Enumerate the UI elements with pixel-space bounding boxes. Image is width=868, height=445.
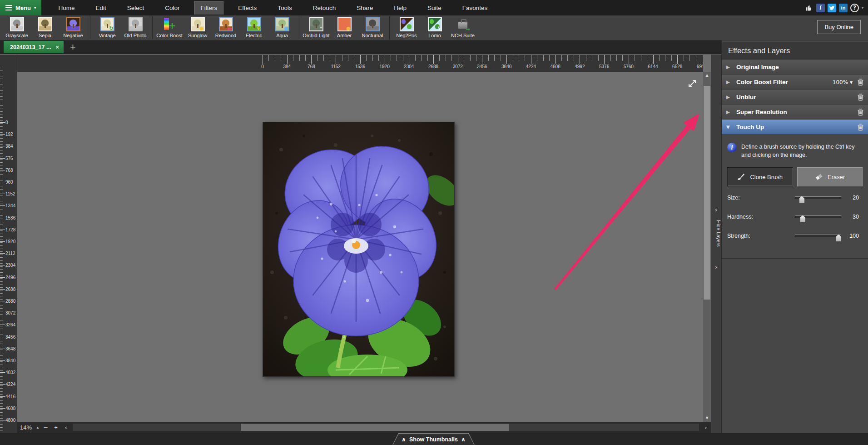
slider-thumb[interactable]: [836, 234, 842, 242]
hide-layers-tab[interactable]: Hide Layers: [711, 220, 721, 247]
filter-button-aqua[interactable]: ●Aqua: [268, 15, 296, 38]
menu-item-select[interactable]: Select: [121, 1, 151, 15]
eraser-button[interactable]: Eraser: [797, 167, 863, 186]
filter-button-old-photo[interactable]: Old Photo: [121, 15, 149, 38]
layer-opacity-dropdown[interactable]: 100% ▾: [833, 79, 853, 85]
slider-track[interactable]: [794, 215, 842, 218]
filter-button-nch-suite[interactable]: →NCH Suite: [449, 15, 477, 38]
menu-item-home[interactable]: Home: [52, 1, 81, 15]
ruler-major-tick: [287, 55, 288, 64]
menu-item-share[interactable]: Share: [350, 1, 379, 15]
zoom-out-button[interactable]: −: [41, 424, 51, 431]
twitter-icon[interactable]: [828, 4, 836, 12]
scroll-left-icon[interactable]: ‹: [61, 424, 71, 431]
canvas-vertical-scrollbar[interactable]: ▲ ▼: [703, 72, 711, 422]
menu-item-filters[interactable]: Filters: [194, 1, 224, 15]
facebook-icon[interactable]: f: [816, 4, 825, 12]
ruler-label: 3648: [5, 346, 15, 351]
filter-button-grayscale[interactable]: Grayscale: [3, 15, 31, 38]
menu-item-help[interactable]: Help: [387, 1, 413, 15]
menu-item-retouch[interactable]: Retouch: [307, 1, 342, 15]
new-tab-button[interactable]: +: [70, 43, 76, 52]
delete-layer-icon[interactable]: [857, 124, 864, 131]
slider-track[interactable]: [794, 196, 842, 199]
caret-up-icon: ∧: [402, 436, 406, 443]
ruler-label: 768: [5, 168, 13, 173]
chevron-right-icon[interactable]: ▶: [726, 95, 736, 100]
collapse-chevron-icon[interactable]: ›: [711, 206, 721, 213]
filter-button-orchid-light[interactable]: *Orchid Light: [302, 15, 330, 38]
slider-track[interactable]: [794, 235, 842, 237]
filter-button-color-boost[interactable]: +Color Boost: [155, 15, 184, 38]
layer-name: Original Image: [736, 64, 864, 70]
vertical-scroll-thumb[interactable]: [704, 86, 710, 300]
layer-row-unblur[interactable]: ▶Unblur: [722, 90, 868, 105]
delete-layer-icon[interactable]: [857, 79, 864, 86]
filter-badge-icon: ●: [346, 26, 351, 31]
zoom-in-button[interactable]: +: [51, 424, 61, 431]
layer-row-touch-up[interactable]: ▼Touch Up: [722, 120, 868, 135]
chevron-right-icon[interactable]: ▶: [726, 80, 736, 85]
help-caret-icon[interactable]: ▾: [862, 6, 863, 10]
show-thumbnails-tab[interactable]: ∧ Show Thumbnails ∧: [392, 433, 475, 445]
ruler-major-tick: [580, 55, 580, 64]
slider-thumb[interactable]: [799, 196, 805, 204]
layer-row-color-boost-filter[interactable]: ▶Color Boost Filter100% ▾: [722, 75, 868, 90]
filter-button-neg2pos[interactable]: Neg2Pos: [392, 15, 421, 38]
menu-item-edit[interactable]: Edit: [89, 1, 113, 15]
filter-button-amber[interactable]: ●Amber: [330, 15, 358, 38]
menu-item-effects[interactable]: Effects: [232, 1, 263, 15]
delete-layer-icon[interactable]: [857, 94, 864, 101]
filter-badge-icon: ϟ: [257, 26, 260, 31]
layer-name: Color Boost Filter: [736, 79, 833, 85]
filter-button-vintage[interactable]: ↻Vintage: [93, 15, 121, 38]
help-icon[interactable]: ?: [850, 4, 859, 12]
filter-button-redwood[interactable]: ▬Redwood: [212, 15, 240, 38]
ruler-label: 960: [5, 180, 13, 185]
clone-brush-icon: [737, 172, 746, 182]
layer-row-super-resolution[interactable]: ▶Super Resolution: [722, 105, 868, 120]
filter-button-lomo[interactable]: ϟLomo: [421, 15, 449, 38]
tool-button-label: Eraser: [828, 174, 845, 180]
menu-item-color[interactable]: Color: [159, 1, 186, 15]
chevron-right-icon[interactable]: ▶: [726, 110, 736, 115]
menu-item-tools[interactable]: Tools: [271, 1, 298, 15]
collapse-chevron-icon[interactable]: ›: [711, 264, 721, 270]
filter-button-sepia[interactable]: Sepia: [31, 15, 59, 38]
layer-row-original-image[interactable]: ▶Original Image: [722, 60, 868, 75]
scroll-right-icon[interactable]: ›: [701, 424, 711, 431]
filter-button-nocturnal[interactable]: ☾Nocturnal: [358, 15, 387, 38]
ruler-label: 4992: [575, 64, 585, 69]
image-canvas[interactable]: [17, 72, 703, 422]
scroll-up-icon[interactable]: ▲: [703, 72, 711, 79]
ruler-major-tick: [311, 55, 312, 64]
buy-online-button[interactable]: Buy Online: [817, 20, 861, 34]
linkedin-icon[interactable]: in: [839, 4, 848, 12]
ruler-minor-ticks: [0, 67, 3, 433]
chevron-right-icon[interactable]: ▶: [726, 65, 736, 70]
slider-thumb[interactable]: [800, 215, 806, 223]
layer-name: Touch Up: [736, 124, 857, 130]
expand-fullscreen-icon[interactable]: [688, 79, 697, 88]
menu-item-suite[interactable]: Suite: [421, 1, 448, 15]
filter-button-negative[interactable]: Negative: [59, 15, 87, 38]
ruler-label: 4224: [5, 382, 15, 387]
menu-button[interactable]: Menu ▾: [0, 0, 41, 15]
like-icon[interactable]: [805, 4, 813, 12]
info-text: Define a brush source by holding the Ctr…: [741, 143, 854, 159]
canvas-horizontal-scrollbar[interactable]: [73, 424, 699, 431]
delete-layer-icon[interactable]: [857, 109, 864, 116]
close-tab-icon[interactable]: ×: [55, 44, 59, 50]
ruler-major-tick: [0, 420, 5, 420]
menu-item-favorites[interactable]: Favorites: [456, 1, 494, 15]
scroll-down-icon[interactable]: ▼: [703, 415, 711, 422]
document-tab[interactable]: 20240313_17 ... ×: [4, 41, 64, 53]
chevron-down-icon[interactable]: ▼: [726, 125, 736, 130]
clone-brush-button[interactable]: Clone Brush: [727, 167, 793, 186]
filter-button-electric[interactable]: ϟElectric: [240, 15, 268, 38]
photo-pansy-flower[interactable]: [263, 122, 455, 377]
horizontal-scroll-thumb[interactable]: [241, 424, 509, 431]
zoom-spinner-icon[interactable]: ▴: [35, 425, 41, 430]
ruler-major-tick: [0, 194, 5, 194]
filter-button-sunglow[interactable]: ●Sunglow: [184, 15, 212, 38]
